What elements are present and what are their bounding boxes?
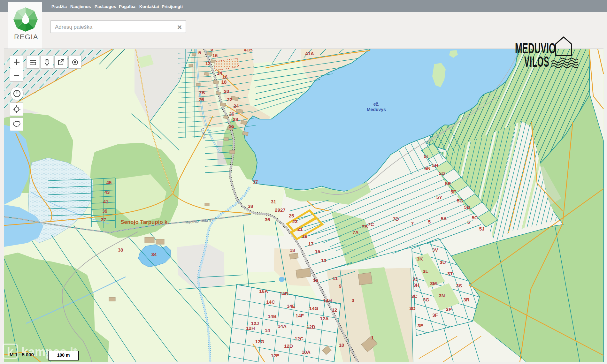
svg-text:13: 13 [321, 258, 327, 263]
svg-text:3F: 3F [432, 312, 438, 318]
svg-text:41B: 41B [244, 49, 253, 52]
svg-text:3U: 3U [440, 260, 446, 265]
svg-text:5J: 5J [479, 226, 485, 231]
svg-text:3N: 3N [439, 293, 445, 298]
svg-text:16A: 16A [259, 288, 268, 294]
svg-text:5G: 5G [457, 198, 463, 203]
svg-text:5: 5 [467, 219, 470, 225]
svg-text:3J: 3J [412, 276, 418, 282]
svg-text:3P: 3P [446, 307, 452, 312]
svg-text:Meduvys: Meduvys [367, 107, 386, 112]
svg-text:3E: 3E [418, 323, 423, 328]
svg-text:22: 22 [227, 97, 233, 102]
svg-text:14H: 14H [323, 298, 332, 303]
svg-text:11: 11 [333, 276, 338, 281]
svg-text:3L: 3L [423, 269, 428, 274]
svg-text:26: 26 [229, 111, 234, 117]
svg-text:5Y: 5Y [436, 194, 442, 200]
svg-text:12H: 12H [246, 325, 255, 331]
svg-text:7D: 7D [393, 216, 399, 222]
svg-text:5: 5 [428, 219, 431, 224]
svg-text:45: 45 [106, 180, 112, 185]
svg-text:15: 15 [315, 249, 320, 254]
svg-text:5F: 5F [450, 189, 456, 194]
svg-text:14A: 14A [278, 323, 287, 329]
svg-text:12B: 12B [306, 324, 315, 330]
svg-text:3R: 3R [463, 297, 469, 302]
svg-text:3H: 3H [413, 282, 419, 288]
svg-text:25: 25 [289, 213, 294, 218]
svg-text:28: 28 [233, 117, 238, 122]
svg-text:3C: 3C [411, 293, 417, 299]
svg-text:18: 18 [290, 247, 295, 253]
svg-text:14F: 14F [296, 313, 304, 318]
svg-text:14C: 14C [266, 299, 275, 305]
svg-text:14D: 14D [280, 291, 288, 296]
svg-text:5N: 5N [424, 166, 430, 171]
svg-text:10A: 10A [302, 349, 311, 355]
svg-text:16: 16 [313, 277, 319, 283]
svg-text:21: 21 [297, 226, 303, 232]
svg-text:16: 16 [212, 53, 218, 58]
svg-text:19: 19 [302, 233, 308, 239]
svg-text:5C: 5C [472, 215, 478, 220]
svg-text:12C: 12C [295, 336, 304, 341]
svg-text:41A: 41A [305, 51, 314, 56]
svg-text:24: 24 [234, 103, 239, 109]
svg-text:8: 8 [211, 49, 213, 52]
svg-text:3D: 3D [409, 306, 415, 311]
svg-text:1: 1 [371, 335, 374, 340]
svg-text:41: 41 [103, 199, 109, 204]
svg-text:17: 17 [308, 241, 314, 246]
svg-text:7C: 7C [368, 222, 374, 227]
svg-text:18: 18 [221, 79, 227, 85]
svg-text:14E: 14E [287, 303, 296, 309]
svg-text:14G: 14G [309, 306, 318, 311]
svg-text:3S: 3S [456, 283, 462, 288]
svg-text:37: 37 [101, 217, 106, 222]
svg-text:5B: 5B [464, 204, 470, 210]
svg-text:38: 38 [248, 203, 253, 209]
svg-text:25: 25 [229, 124, 234, 129]
svg-text:3V: 3V [432, 247, 438, 253]
svg-text:12E: 12E [271, 353, 280, 358]
svg-text:3M: 3M [430, 281, 437, 286]
svg-text:3: 3 [352, 298, 354, 303]
svg-text:39: 39 [102, 208, 108, 214]
svg-text:34: 34 [151, 252, 157, 257]
svg-text:3K: 3K [417, 256, 423, 262]
svg-text:7: 7 [411, 221, 414, 226]
svg-text:12G: 12G [255, 339, 264, 344]
svg-text:10: 10 [339, 342, 344, 348]
svg-text:2927: 2927 [275, 207, 285, 213]
svg-text:3T: 3T [447, 271, 453, 276]
svg-text:5A: 5A [441, 216, 447, 221]
svg-text:12D: 12D [284, 343, 293, 349]
svg-text:Senojo Tarpupio k.: Senojo Tarpupio k. [120, 219, 169, 225]
svg-text:5: 5 [198, 50, 201, 55]
svg-text:31: 31 [271, 199, 276, 204]
svg-text:37: 37 [253, 179, 258, 185]
svg-text:9: 9 [339, 283, 342, 289]
svg-text:38: 38 [118, 247, 123, 253]
svg-text:7A: 7A [352, 230, 358, 235]
svg-text:16: 16 [222, 74, 228, 80]
svg-text:5I: 5I [424, 154, 428, 159]
svg-text:12: 12 [332, 307, 337, 313]
svg-text:5E: 5E [445, 181, 451, 186]
svg-text:14: 14 [217, 70, 222, 76]
svg-text:14: 14 [265, 328, 270, 333]
svg-text:ež.: ež. [373, 102, 380, 107]
svg-text:12: 12 [205, 61, 211, 66]
svg-text:43: 43 [104, 189, 110, 195]
svg-text:3G: 3G [423, 297, 429, 302]
svg-text:12A: 12A [320, 316, 329, 321]
svg-text:76: 76 [199, 97, 204, 102]
svg-text:20: 20 [224, 88, 229, 94]
svg-text:14B: 14B [268, 314, 277, 319]
svg-text:23: 23 [292, 219, 298, 224]
svg-text:7B: 7B [199, 90, 205, 95]
svg-text:7B: 7B [362, 224, 368, 229]
svg-text:5D: 5D [439, 171, 445, 176]
svg-text:36: 36 [265, 217, 270, 222]
